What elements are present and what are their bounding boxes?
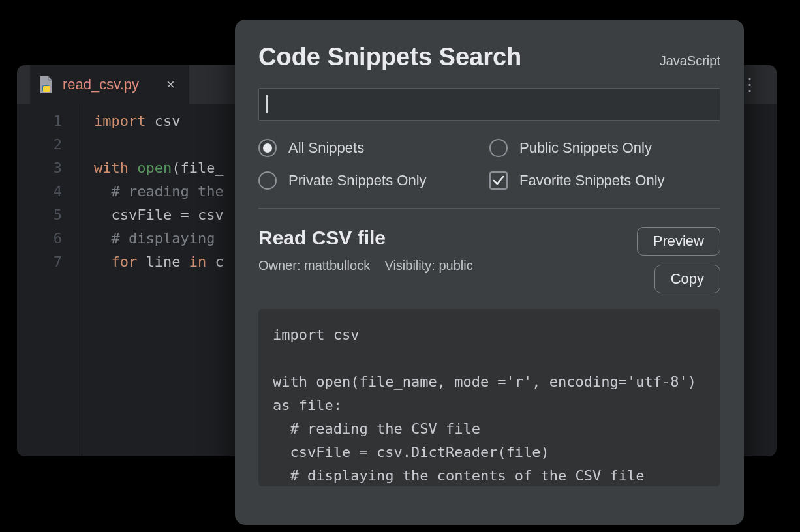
- code-token: line: [146, 254, 181, 270]
- code-token: in: [189, 254, 207, 270]
- result-actions: Preview Copy: [637, 227, 720, 293]
- visibility-value: public: [438, 258, 472, 273]
- line-number: 4: [17, 180, 82, 203]
- owner-label: Owner:: [258, 258, 304, 273]
- code-token: for: [112, 254, 138, 270]
- owner-value: mattbullock: [304, 258, 370, 273]
- code-token: (file_: [172, 160, 223, 176]
- code-token: csv: [155, 113, 181, 129]
- code-token: c: [206, 254, 224, 270]
- close-tab-icon[interactable]: ×: [166, 76, 175, 93]
- snippet-code-preview[interactable]: import csv with open(file_name, mode ='r…: [258, 309, 720, 486]
- search-input[interactable]: [258, 88, 720, 121]
- search-result: Read CSV file Owner: mattbullock Visibil…: [258, 227, 720, 293]
- result-info: Read CSV file Owner: mattbullock Visibil…: [258, 227, 473, 273]
- code-token: import: [94, 113, 146, 129]
- copy-button[interactable]: Copy: [654, 265, 720, 293]
- line-number: 2: [17, 133, 82, 156]
- radio-icon: [258, 139, 277, 157]
- text-caret: [266, 95, 268, 113]
- snippets-search-panel: Code Snippets Search JavaScript All Snip…: [235, 20, 744, 525]
- line-number: 6: [17, 227, 82, 250]
- filter-options: All Snippets Public Snippets Only Privat…: [258, 139, 720, 209]
- radio-icon: [258, 171, 277, 190]
- search-wrapper: [258, 88, 720, 121]
- filter-public-snippets[interactable]: Public Snippets Only: [489, 139, 720, 157]
- editor-tab-filename: read_csv.py: [63, 76, 139, 93]
- filter-favorite-snippets[interactable]: Favorite Snippets Only: [489, 171, 720, 190]
- filter-private-snippets[interactable]: Private Snippets Only: [258, 171, 489, 190]
- panel-title: Code Snippets Search: [258, 43, 521, 71]
- line-number: 5: [17, 203, 82, 227]
- line-number: 7: [17, 250, 82, 274]
- editor-code-area[interactable]: import csv with open(file_ # reading the…: [82, 104, 236, 456]
- line-number: 3: [17, 156, 82, 180]
- checkbox-icon: [489, 171, 508, 190]
- code-token: # reading the: [112, 183, 224, 200]
- panel-header: Code Snippets Search JavaScript: [258, 43, 720, 71]
- svg-rect-1: [43, 86, 50, 92]
- result-title: Read CSV file: [258, 227, 473, 249]
- code-token: with: [94, 160, 129, 176]
- radio-icon: [489, 139, 508, 157]
- line-number-gutter: 1 2 3 4 5 6 7: [17, 104, 82, 456]
- code-token: open: [137, 160, 172, 176]
- editor-tab[interactable]: read_csv.py ×: [30, 65, 189, 104]
- result-meta: Owner: mattbullock Visibility: public: [258, 258, 473, 273]
- filter-all-snippets[interactable]: All Snippets: [258, 139, 489, 157]
- python-file-icon: [39, 76, 54, 93]
- visibility-label: Visibility:: [384, 258, 438, 273]
- filter-label: All Snippets: [288, 140, 364, 156]
- filter-label: Private Snippets Only: [288, 172, 427, 189]
- line-number: 1: [17, 110, 82, 133]
- filter-label: Public Snippets Only: [519, 140, 652, 156]
- filter-label: Favorite Snippets Only: [519, 172, 665, 189]
- code-token: # displaying: [112, 230, 224, 246]
- panel-language: JavaScript: [660, 53, 720, 68]
- code-token: csvFile: [112, 207, 172, 223]
- preview-button[interactable]: Preview: [637, 227, 720, 256]
- code-token: =: [172, 207, 198, 223]
- code-token: csv: [198, 207, 224, 223]
